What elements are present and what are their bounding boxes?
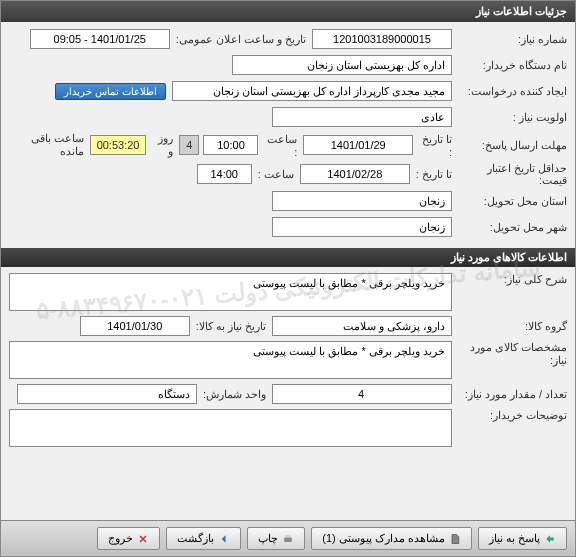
row-deadline: مهلت ارسال پاسخ: تا تاریخ : ساعت : 4 روز…: [9, 132, 567, 158]
exit-icon: [137, 533, 149, 545]
row-city: شهر محل تحویل:: [9, 216, 567, 238]
priority-label: اولویت نیاز :: [452, 111, 567, 124]
validity-time-field[interactable]: [197, 164, 252, 184]
announce-field[interactable]: [30, 29, 170, 49]
desc-label: شرح کلی نیاز:: [452, 273, 567, 286]
requester-field[interactable]: [172, 81, 452, 101]
section-need-details: شماره نیاز: تاریخ و ساعت اعلان عمومی: نا…: [1, 22, 575, 248]
need-date-field[interactable]: [80, 316, 190, 336]
attachments-button[interactable]: مشاهده مدارک پیوستی (1): [311, 527, 472, 550]
validity-label: حداقل تاریخ اعتبار قیمت:: [452, 162, 567, 186]
deadline-time-label: ساعت :: [258, 133, 303, 158]
remain-days: 4: [179, 135, 199, 155]
buyer-field[interactable]: [232, 55, 452, 75]
attachment-icon: [449, 533, 461, 545]
group-field[interactable]: [272, 316, 452, 336]
window-title: جزئیات اطلاعات نیاز: [1, 1, 575, 22]
deadline-time-field[interactable]: [203, 135, 258, 155]
city-label: شهر محل تحویل:: [452, 221, 567, 234]
need-no-label: شماره نیاز:: [452, 33, 567, 46]
content: سامانه تدارکات الکترونیکی دولت ۰۲۱-۸۸۳۴۹…: [1, 22, 575, 556]
contact-buyer-button[interactable]: اطلاعات تماس خریدار: [55, 83, 166, 100]
requester-label: ایجاد کننده درخواست:: [452, 85, 567, 98]
exit-button[interactable]: خروج: [97, 527, 160, 550]
reply-icon: [544, 533, 556, 545]
province-field[interactable]: [272, 191, 452, 211]
deadline-date-field[interactable]: [303, 135, 413, 155]
desc-field[interactable]: [9, 273, 452, 311]
notes-field[interactable]: [9, 409, 452, 447]
spec-field[interactable]: [9, 341, 452, 379]
row-province: استان محل تحویل:: [9, 190, 567, 212]
deadline-label: مهلت ارسال پاسخ:: [452, 139, 567, 152]
unit-field[interactable]: [17, 384, 197, 404]
row-desc: شرح کلی نیاز:: [9, 273, 567, 311]
group-label: گروه کالا:: [452, 320, 567, 333]
need-date-label: تاریخ نیاز به کالا:: [190, 320, 272, 333]
reply-button[interactable]: پاسخ به نیاز: [478, 527, 567, 550]
row-priority: اولویت نیاز :: [9, 106, 567, 128]
row-notes: توضیحات خریدار:: [9, 409, 567, 447]
row-validity: حداقل تاریخ اعتبار قیمت: تا تاریخ : ساعت…: [9, 162, 567, 186]
notes-label: توضیحات خریدار:: [452, 409, 567, 422]
row-qty: تعداد / مقدار مورد نیاز: واحد شمارش:: [9, 383, 567, 405]
qty-label: تعداد / مقدار مورد نیاز:: [452, 388, 567, 401]
print-label: چاپ: [258, 532, 278, 545]
svg-rect-1: [286, 535, 291, 537]
city-field[interactable]: [272, 217, 452, 237]
remain-time: 00:53:20: [90, 135, 147, 155]
remain-suffix: ساعت باقی مانده: [9, 132, 86, 158]
unit-label: واحد شمارش:: [197, 388, 272, 401]
main-window: جزئیات اطلاعات نیاز سامانه تدارکات الکتر…: [0, 0, 576, 557]
exit-label: خروج: [108, 532, 133, 545]
row-group: گروه کالا: تاریخ نیاز به کالا:: [9, 315, 567, 337]
print-button[interactable]: چاپ: [247, 527, 305, 550]
qty-field[interactable]: [272, 384, 452, 404]
reply-label: پاسخ به نیاز: [489, 532, 540, 545]
validity-time-label: ساعت :: [252, 168, 300, 181]
announce-label: تاریخ و ساعت اعلان عمومی:: [170, 33, 312, 46]
row-spec: مشخصات کالای مورد نیاز:: [9, 341, 567, 379]
to-date-label: تا تاریخ :: [413, 133, 452, 158]
province-label: استان محل تحویل:: [452, 195, 567, 208]
row-need-no: شماره نیاز: تاریخ و ساعت اعلان عمومی:: [9, 28, 567, 50]
priority-field[interactable]: [272, 107, 452, 127]
attachments-label: مشاهده مدارک پیوستی (1): [322, 532, 445, 545]
back-label: بازگشت: [177, 532, 214, 545]
back-icon: [218, 533, 230, 545]
section-goods: شرح کلی نیاز: گروه کالا: تاریخ نیاز به ک…: [1, 267, 575, 457]
need-no-field[interactable]: [312, 29, 452, 49]
footer-toolbar: پاسخ به نیاز مشاهده مدارک پیوستی (1) چاپ…: [1, 520, 575, 556]
back-button[interactable]: بازگشت: [166, 527, 241, 550]
validity-date-field[interactable]: [300, 164, 410, 184]
validity-todate-label: تا تاریخ :: [410, 168, 452, 181]
svg-rect-0: [284, 537, 292, 542]
remain-days-label: روز و: [150, 132, 175, 158]
print-icon: [282, 533, 294, 545]
row-requester: ایجاد کننده درخواست: اطلاعات تماس خریدار: [9, 80, 567, 102]
section-goods-header: اطلاعات کالاهای مورد نیاز: [1, 248, 575, 267]
row-buyer: نام دستگاه خریدار:: [9, 54, 567, 76]
spec-label: مشخصات کالای مورد نیاز:: [452, 341, 567, 367]
buyer-label: نام دستگاه خریدار:: [452, 59, 567, 72]
